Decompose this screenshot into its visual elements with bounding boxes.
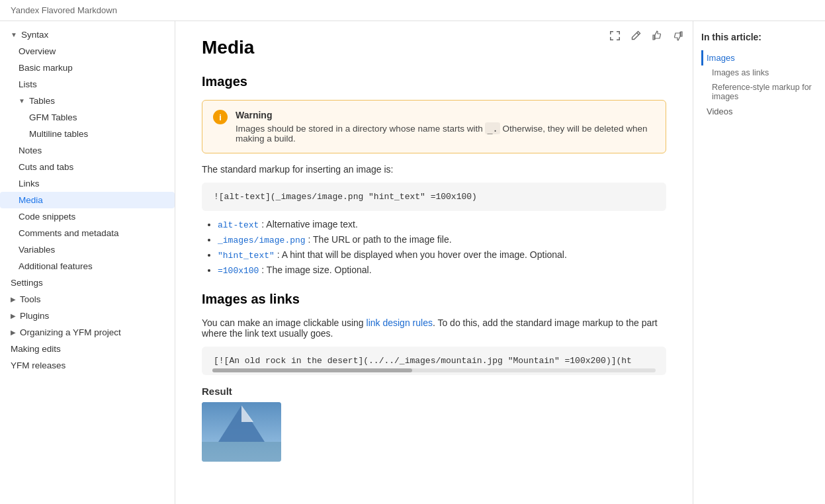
thumbs-up-button[interactable] xyxy=(648,26,666,45)
warning-text: Images should be stored in a directory w… xyxy=(236,123,655,144)
fullscreen-button[interactable] xyxy=(605,26,624,45)
code-alt-text: alt-text xyxy=(218,220,259,230)
thumbs-down-button[interactable] xyxy=(669,26,687,45)
sidebar-item-additional-features[interactable]: Additional features xyxy=(0,258,175,274)
warning-box: i Warning Images should be stored in a d… xyxy=(202,100,666,153)
svg-rect-3 xyxy=(202,442,281,462)
sidebar-item-tools[interactable]: ▶ Tools xyxy=(0,291,175,308)
sidebar-item-media[interactable]: Media xyxy=(0,192,175,208)
sidebar-item-links[interactable]: Links xyxy=(0,175,175,192)
sidebar-item-comments-and-metadata[interactable]: Comments and metadata xyxy=(0,225,175,241)
horizontal-scrollbar[interactable] xyxy=(212,368,656,372)
sidebar-item-multiline-tables[interactable]: Multiline tables xyxy=(0,126,175,142)
site-title[interactable]: Yandex Flavored Markdown xyxy=(11,5,117,15)
section-images-title: Images xyxy=(202,74,666,89)
code-scroll-area: [![An old rock in the desert](../../_ima… xyxy=(214,356,654,366)
toc-panel: In this article: Images Images as links … xyxy=(693,21,825,504)
section2-description: You can make an image clickable using li… xyxy=(202,317,666,339)
toc-title: In this article: xyxy=(701,32,817,42)
chevron-right-icon: ▶ xyxy=(11,329,16,336)
sidebar-item-overview[interactable]: Overview xyxy=(0,43,175,60)
toc-item-videos[interactable]: Videos xyxy=(701,104,817,119)
chevron-down-icon: ▼ xyxy=(11,31,17,38)
code-block-image-link: [![An old rock in the desert](../../_ima… xyxy=(202,347,666,375)
scrollbar-thumb[interactable] xyxy=(212,368,412,372)
result-image xyxy=(202,402,281,462)
sidebar-item-plugins[interactable]: ▶ Plugins xyxy=(0,308,175,324)
sidebar-item-yfm-releases[interactable]: YFM releases xyxy=(0,357,175,374)
code-hint-text: "hint_text" xyxy=(218,251,275,261)
sidebar-item-tables[interactable]: ▼ Tables xyxy=(0,93,175,109)
code-size: =100x100 xyxy=(218,266,259,276)
list-item: alt-text : Alternative image text. xyxy=(218,219,666,230)
sidebar-item-settings[interactable]: Settings xyxy=(0,274,175,291)
chevron-right-icon: ▶ xyxy=(11,296,16,303)
mountain-svg xyxy=(202,402,281,462)
toc-item-reference-style[interactable]: Reference-style markup for images xyxy=(701,80,817,104)
toc-item-images[interactable]: Images xyxy=(701,50,817,65)
toc-item-images-as-links[interactable]: Images as links xyxy=(701,65,817,80)
sidebar-item-lists[interactable]: Lists xyxy=(0,76,175,93)
sidebar-item-cuts-and-tabs[interactable]: Cuts and tabs xyxy=(0,159,175,175)
sidebar-item-basic-markup[interactable]: Basic markup xyxy=(0,60,175,76)
result-label: Result xyxy=(202,386,666,397)
sidebar-item-gfm-tables[interactable]: GFM Tables xyxy=(0,109,175,126)
section1-description: The standard markup for inserting an ima… xyxy=(202,164,666,175)
sidebar-item-organizing[interactable]: ▶ Organizing a YFM project xyxy=(0,324,175,341)
warning-icon: i xyxy=(213,110,228,124)
bullet-list: alt-text : Alternative image text. _imag… xyxy=(202,219,666,276)
warning-content: Warning Images should be stored in a dir… xyxy=(236,110,655,144)
edit-button[interactable] xyxy=(627,26,645,45)
sidebar-item-syntax[interactable]: ▼ Syntax xyxy=(0,26,175,43)
chevron-down-icon: ▼ xyxy=(19,97,25,105)
section-images-as-links-title: Images as links xyxy=(202,292,666,307)
link-design-rules[interactable]: link design rules xyxy=(367,317,433,328)
list-item: _images/image.png : The URL or path to t… xyxy=(218,234,666,245)
sidebar-item-notes[interactable]: Notes xyxy=(0,142,175,159)
list-item: "hint_text" : A hint that will be displa… xyxy=(218,249,666,261)
main-content: Media Images i Warning Images should be … xyxy=(175,21,693,504)
code-image-path: _images/image.png xyxy=(218,235,306,245)
sidebar-item-code-snippets[interactable]: Code snippets xyxy=(0,208,175,225)
warning-code: _. xyxy=(485,122,499,134)
page-title: Media xyxy=(202,37,666,58)
chevron-right-icon: ▶ xyxy=(11,312,16,319)
warning-title: Warning xyxy=(236,110,655,120)
sidebar: ▼ Syntax Overview Basic markup Lists ▼ T… xyxy=(0,21,175,504)
list-item: =100x100 : The image size. Optional. xyxy=(218,265,666,276)
code-block-image-markup: ![alt-text](_images/image.png "hint_text… xyxy=(202,183,666,211)
sidebar-item-making-edits[interactable]: Making edits xyxy=(0,341,175,357)
sidebar-item-variables[interactable]: Variables xyxy=(0,241,175,258)
